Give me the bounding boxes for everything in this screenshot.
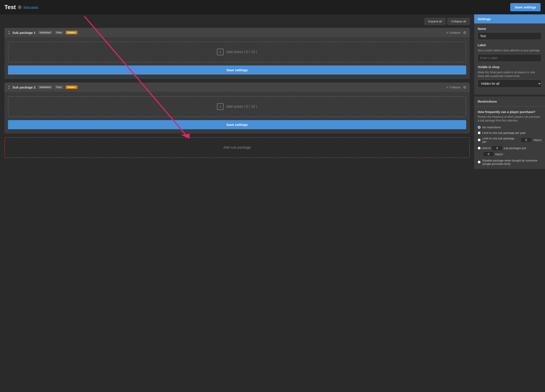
sub-package-header-2: ▲ ▼ Sub package 2 Unlimited Free Hidden …: [4, 83, 470, 92]
radio-limit-count[interactable]: Limit to sub packages per day(s): [478, 146, 541, 157]
gear-button-1[interactable]: ⚙: [463, 31, 466, 35]
badge-hidden-1: Hidden: [66, 31, 77, 34]
add-action-label-2: Add action ( 0 / 10 ): [226, 105, 257, 109]
header: Test ? Shop packs Save settings: [0, 0, 545, 14]
radio-no-restrictions[interactable]: No restrictions: [478, 126, 541, 129]
limit-count-days-input[interactable]: [483, 152, 494, 157]
radio-disable-single-label: Disable package when bought by someone (…: [482, 159, 541, 165]
add-action-button-2[interactable]: ＋ Add action ( 0 / 10 ): [8, 96, 466, 117]
visible-description: Make this Shop pack visible to all playe…: [478, 71, 541, 78]
package-name-1: Sub package 1: [12, 31, 36, 35]
sidebar: Settings Name Label Set a custom label t…: [474, 14, 545, 169]
badge-unlimited-1: Unlimited: [38, 31, 52, 34]
days-suffix-2: day(s): [495, 153, 503, 156]
radio-disable-single[interactable]: Disable package when bought by someone (…: [478, 159, 541, 165]
label-field-group: Label Set a custom label to draw attenti…: [478, 43, 541, 62]
add-action-icon-1: ＋: [217, 49, 223, 55]
label-label: Label: [478, 43, 541, 47]
radio-disable-single-input[interactable]: [478, 161, 481, 164]
restriction-description: Restrict the frequency at which players …: [478, 115, 541, 122]
collapse-button-2[interactable]: ∧ Collapse: [446, 86, 460, 89]
name-field-group: Name: [478, 27, 541, 40]
settings-panel: Settings Name Label Set a custom label t…: [474, 14, 545, 95]
package-name-2: Sub package 2: [12, 86, 36, 89]
limit-days-input[interactable]: [521, 137, 532, 142]
add-action-icon-2: ＋: [217, 103, 223, 110]
sub-package-header-1: ▲ ▼ Sub package 1 Unlimited Free Hidden …: [4, 28, 470, 37]
visible-label: Visible in shop: [478, 65, 541, 69]
add-action-button-1[interactable]: ＋ Add action ( 0 / 10 ): [8, 42, 466, 62]
radio-limit-year-input[interactable]: [478, 131, 481, 134]
sub-package-card-2: ▲ ▼ Sub package 2 Unlimited Free Hidden …: [4, 83, 470, 134]
restriction-question: How frequently can a player purchase?: [478, 110, 541, 114]
radio-limit-days-label: Limit to one sub package per: [482, 137, 519, 143]
radio-limit-count-label: Limit to: [482, 147, 491, 150]
restrictions-panel-body: How frequently can a player purchase? Re…: [474, 107, 545, 169]
main-layout: Expand all Collapse all ▲ ▼ Sub package …: [0, 14, 545, 169]
settings-panel-header: Settings: [474, 14, 545, 24]
help-icon[interactable]: ?: [18, 5, 22, 9]
visible-select[interactable]: Hidden for all Visible for all Custom Ro…: [478, 80, 541, 88]
radio-limit-year-label: Limit to one sub package per year: [482, 131, 526, 135]
radio-limit-days-input[interactable]: [478, 139, 481, 141]
save-settings-card-2-button[interactable]: Save settings: [8, 120, 466, 129]
content-area: Expand all Collapse all ▲ ▼ Sub package …: [0, 14, 474, 169]
name-input[interactable]: [478, 32, 541, 40]
sub-package-body-1: ＋ Add action ( 0 / 10 ) Save settings: [4, 37, 470, 79]
visible-field-group: Visible in shop Make this Shop pack visi…: [478, 65, 541, 88]
radio-group: No restrictions Limit to one sub package…: [478, 126, 541, 165]
package-header-right-2: ∧ Collapse ⚙: [446, 85, 466, 89]
badge-hidden-2: Hidden: [66, 86, 77, 89]
expand-all-button[interactable]: Expand all: [425, 18, 446, 25]
days-suffix: day(s): [533, 138, 541, 141]
sub-package-body-2: ＋ Add action ( 0 / 10 ) Save settings: [4, 92, 470, 134]
sort-arrows-1[interactable]: ▲ ▼: [8, 30, 10, 35]
sub-package-card-1: ▲ ▼ Sub package 1 Unlimited Free Hidden …: [4, 28, 470, 79]
label-input[interactable]: [478, 54, 541, 62]
add-sub-package-button[interactable]: Add sub package: [4, 137, 470, 158]
badge-free-1: Free: [55, 31, 63, 34]
collapse-all-button[interactable]: Collapse all: [447, 18, 470, 25]
toolbar: Expand all Collapse all: [4, 18, 470, 25]
shop-packs-link[interactable]: Shop packs: [24, 6, 38, 9]
badge-free-2: Free: [55, 86, 63, 89]
restrictions-panel: Restrictions How frequently can a player…: [474, 97, 545, 169]
radio-no-restrictions-input[interactable]: [478, 126, 481, 129]
restrictions-panel-header: Restrictions: [474, 97, 545, 107]
radio-limit-year[interactable]: Limit to one sub package per year: [478, 131, 541, 135]
header-left: Test ? Shop packs: [4, 4, 38, 11]
label-description: Set a custom label to draw attention to …: [478, 49, 541, 52]
save-settings-header-button[interactable]: Save settings: [510, 3, 541, 11]
page-title: Test: [4, 4, 16, 11]
package-header-right-1: ∧ Collapse ⚙: [446, 31, 466, 35]
gear-button-2[interactable]: ⚙: [463, 85, 466, 89]
collapse-button-1[interactable]: ∧ Collapse: [446, 31, 460, 34]
radio-no-restrictions-label: No restrictions: [482, 126, 501, 129]
save-settings-card-1-button[interactable]: Save settings: [8, 66, 466, 74]
badge-unlimited-2: Unlimited: [38, 86, 52, 89]
radio-limit-days[interactable]: Limit to one sub package per day(s): [478, 137, 541, 143]
sub-packages-per-label: sub packages per: [504, 147, 526, 150]
sort-arrows-2[interactable]: ▲ ▼: [8, 85, 10, 90]
settings-panel-body: Name Label Set a custom label to draw at…: [474, 24, 545, 95]
name-label: Name: [478, 27, 541, 31]
limit-count-input[interactable]: [492, 146, 503, 151]
radio-limit-count-input[interactable]: [478, 147, 481, 150]
add-action-label-1: Add action ( 0 / 10 ): [226, 50, 257, 54]
